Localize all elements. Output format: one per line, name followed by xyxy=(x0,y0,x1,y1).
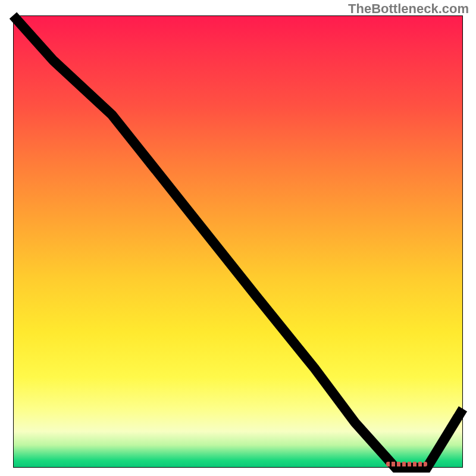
plot-area xyxy=(13,15,463,468)
bottleneck-curve xyxy=(13,15,463,468)
attribution-text: TheBottleneck.com xyxy=(348,1,469,17)
curve-path xyxy=(13,15,463,468)
optimum-marker xyxy=(386,462,427,466)
